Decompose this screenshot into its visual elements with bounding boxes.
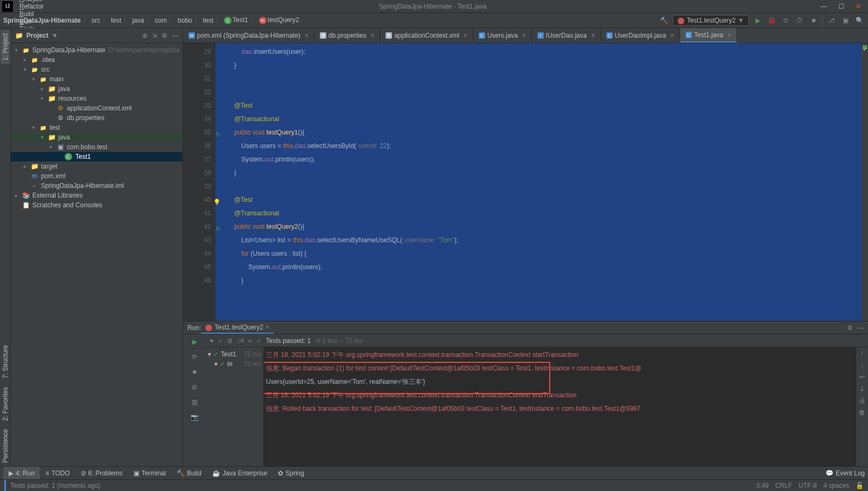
- breadcrumb-item[interactable]: test: [111, 17, 121, 24]
- close-icon[interactable]: ×: [670, 32, 674, 39]
- maximize-button[interactable]: ☐: [834, 1, 849, 12]
- settings-icon[interactable]: ⚙: [162, 32, 167, 39]
- tree-row[interactable]: ▾📁test: [11, 123, 183, 132]
- tree-row[interactable]: 📋Scratches and Consoles: [11, 200, 183, 210]
- tree-row[interactable]: ▾📁main: [11, 74, 183, 84]
- breadcrumb-item[interactable]: java: [132, 17, 144, 24]
- close-icon[interactable]: ×: [522, 32, 526, 39]
- expand-icon[interactable]: ⇲: [152, 32, 157, 39]
- search-button[interactable]: 🔍: [854, 15, 865, 26]
- ide-settings-icon[interactable]: ▣: [840, 15, 851, 26]
- build-icon[interactable]: 🔨: [659, 15, 669, 26]
- close-button[interactable]: ✕: [851, 1, 866, 12]
- run-button[interactable]: ▶: [752, 15, 763, 26]
- menu-refactor[interactable]: Refactor: [15, 3, 49, 10]
- test-tree[interactable]: ▾✓Test172 ms▾✓te72 ms: [206, 347, 264, 466]
- bottom-tab[interactable]: ☕Java Enterprise: [207, 467, 272, 479]
- tree-row[interactable]: ▫SpringDataJpa-Hibernate.iml: [11, 181, 183, 191]
- debug-button[interactable]: 🐞: [766, 15, 777, 26]
- bottom-tab[interactable]: ▣Terminal: [128, 467, 171, 479]
- close-icon[interactable]: ×: [464, 32, 467, 39]
- editor-tab[interactable]: CUsers.java×: [473, 28, 532, 43]
- soft-wrap-icon[interactable]: ↩: [859, 373, 865, 381]
- tree-row[interactable]: ▾📁java: [11, 132, 183, 142]
- breadcrumb-item[interactable]: SpringDataJpa-Hibernate: [3, 17, 81, 24]
- side-tab-persistence[interactable]: Persistence: [1, 426, 10, 466]
- print-icon[interactable]: 🖨: [859, 397, 865, 404]
- pin-button[interactable]: ⊘: [189, 382, 200, 392]
- encoding[interactable]: UTF-8: [799, 482, 817, 489]
- side-tab-project[interactable]: 1: Project: [1, 30, 10, 64]
- close-icon[interactable]: ×: [265, 324, 269, 331]
- tree-row[interactable]: ▾▣com.bobo.test: [11, 142, 183, 152]
- bottom-tab[interactable]: ▶4: Run: [3, 467, 40, 479]
- layout-button[interactable]: ▥: [189, 397, 200, 408]
- export-button[interactable]: 📷: [189, 412, 200, 423]
- bottom-tab[interactable]: ✿Spring: [272, 467, 310, 479]
- locate-icon[interactable]: ⊕: [142, 32, 148, 39]
- editor-tab[interactable]: ⚙db.properties×: [314, 28, 380, 43]
- coverage-button[interactable]: ⊙: [780, 15, 791, 26]
- breadcrumb-item[interactable]: mtestQuery2: [259, 16, 299, 24]
- readonly-icon[interactable]: 🔓: [856, 482, 864, 489]
- bottom-tab[interactable]: ⊘6: Problems: [75, 467, 128, 479]
- caret-position[interactable]: 3:49: [756, 482, 768, 489]
- editor-tab[interactable]: mpom.xml (SpringDataJpa-Hibernate)×: [183, 28, 314, 43]
- collapse-icon[interactable]: ▾: [210, 337, 213, 345]
- editor-tab[interactable]: IIUserDao.java×: [532, 28, 601, 43]
- tree-row[interactable]: CTest1: [11, 152, 183, 162]
- tree-row[interactable]: ⚙applicationContext.xml: [11, 103, 183, 113]
- close-icon[interactable]: ×: [727, 31, 731, 39]
- editor-tab[interactable]: CUserDaoImpl.java×: [601, 28, 680, 43]
- close-icon[interactable]: ×: [591, 32, 595, 39]
- tree-row[interactable]: ▸📁.idea: [11, 55, 183, 65]
- event-log-label[interactable]: Event Log: [836, 469, 865, 477]
- stop-button[interactable]: ■: [808, 15, 819, 26]
- breadcrumb-item[interactable]: src: [92, 17, 100, 24]
- run-config-selector[interactable]: ⬤ Test1.testQuery2 ▼: [673, 15, 749, 26]
- breadcrumb-item[interactable]: bobo: [178, 17, 192, 24]
- event-log-icon[interactable]: 💬: [825, 469, 834, 477]
- tree-row[interactable]: ▸📁target: [11, 162, 183, 171]
- editor-tab[interactable]: ⚙applicationContext.xml×: [380, 28, 473, 43]
- close-icon[interactable]: ×: [305, 32, 309, 39]
- hide-icon[interactable]: —: [172, 32, 178, 39]
- scroll-down-icon[interactable]: ↓: [860, 361, 864, 369]
- fail-filter-icon[interactable]: ⊘: [227, 337, 233, 345]
- toggle-auto-button[interactable]: ⟳: [189, 352, 200, 362]
- rerun-button[interactable]: ▶: [189, 336, 200, 347]
- breadcrumb-item[interactable]: CTest1: [224, 16, 248, 24]
- tree-row[interactable]: ▸📁java: [11, 84, 183, 94]
- hide-icon[interactable]: —: [857, 324, 864, 332]
- minimize-button[interactable]: —: [816, 1, 831, 12]
- tree-row[interactable]: ⚙db.properties: [11, 113, 183, 123]
- run-tab[interactable]: ⬤ Test1.testQuery2 ×: [201, 321, 274, 334]
- editor-code[interactable]: dao.insertUsers(user); } @Test @Transact…: [215, 43, 862, 321]
- side-tab-favorites[interactable]: 2: Favorites: [1, 384, 10, 424]
- tree-row[interactable]: mpom.xml: [11, 171, 183, 181]
- editor-tab[interactable]: CTest1.java×: [680, 28, 737, 43]
- tree-row[interactable]: ▾📁src: [11, 65, 183, 74]
- gear-icon[interactable]: ⚙: [847, 324, 853, 332]
- bottom-tab[interactable]: ≡TODO: [40, 467, 75, 479]
- scroll-end-icon[interactable]: ⤓: [859, 385, 865, 392]
- profile-button[interactable]: ⏱: [794, 15, 805, 26]
- expand-icon[interactable]: »: [248, 337, 252, 345]
- tree-row[interactable]: ▸📚External Libraries: [11, 191, 183, 200]
- indent[interactable]: 4 spaces: [823, 482, 849, 489]
- side-tab-structure[interactable]: 7: Structure: [1, 342, 10, 382]
- clear-icon[interactable]: 🗑: [859, 409, 865, 416]
- ok-filter-icon[interactable]: ✓: [218, 337, 223, 345]
- console-output[interactable]: 三月 18, 2021 5:02:19 下午 org.springframewo…: [264, 347, 856, 466]
- tree-row[interactable]: ▾📁resources: [11, 94, 183, 103]
- git-button[interactable]: ⎇: [826, 15, 837, 26]
- line-separator[interactable]: CRLF: [775, 482, 792, 489]
- breadcrumb-item[interactable]: com: [155, 17, 167, 24]
- scroll-up-icon[interactable]: ↑: [860, 349, 864, 357]
- sort-icon[interactable]: ↓≡: [237, 337, 244, 345]
- bottom-tab[interactable]: 🔨Build: [171, 467, 207, 479]
- tree-row[interactable]: ▾📁SpringDataJpa-HibernateD:\workspace\sp…: [11, 45, 183, 55]
- close-icon[interactable]: ×: [370, 32, 374, 39]
- breadcrumb-item[interactable]: test: [203, 17, 213, 24]
- stop-button[interactable]: ■: [189, 367, 200, 377]
